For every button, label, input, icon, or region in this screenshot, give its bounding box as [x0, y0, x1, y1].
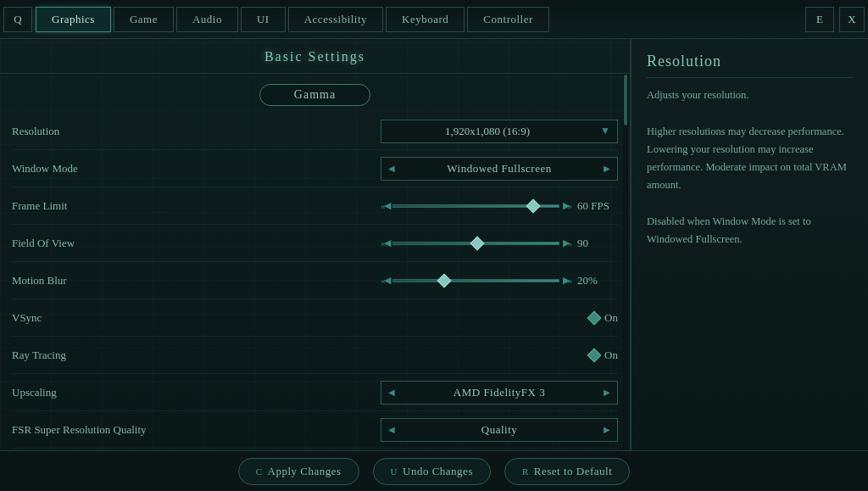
nav-e-button[interactable]: E — [805, 7, 834, 32]
undo-label: Undo Changes — [403, 465, 473, 478]
fov-control: «◀ ▶» 90 — [181, 237, 618, 250]
vsync-control: On — [181, 311, 618, 325]
undo-changes-button[interactable]: U Undo Changes — [373, 458, 491, 485]
tab-controller-label: Controller — [483, 13, 532, 26]
setting-row-fsr: FSR Super Resolution Quality ◀ Quality ▶ — [12, 411, 618, 449]
reset-to-default-button[interactable]: R Reset to Default — [504, 458, 630, 485]
ray-tracing-value: On — [604, 349, 618, 362]
tab-controller[interactable]: Controller — [467, 7, 548, 32]
motion-blur-value: 20% — [577, 274, 618, 287]
fsr-arrow-right-icon: ▶ — [597, 425, 617, 434]
resolution-label: Resolution — [12, 125, 181, 138]
setting-row-resolution: Resolution 1,920x1,080 (16:9) ▼ — [12, 113, 618, 150]
motion-blur-control: «◀ ▶» 20% — [181, 274, 618, 287]
resolution-value: 1,920x1,080 (16:9) — [381, 125, 593, 138]
window-mode-label: Window Mode — [12, 162, 181, 176]
fsr-arrow-left-icon: ◀ — [381, 425, 402, 434]
tab-game[interactable]: Game — [114, 7, 174, 32]
slider-right-arrows-icon: ▶» — [563, 200, 571, 211]
setting-row-vsync: VSync On — [12, 299, 618, 337]
resolution-dropdown[interactable]: 1,920x1,080 (16:9) ▼ — [381, 120, 618, 143]
tab-keyboard-label: Keyboard — [402, 13, 448, 26]
x-label: X — [848, 13, 855, 26]
motion-blur-track — [392, 279, 559, 282]
setting-row-ray-tracing: Ray Tracing On — [12, 337, 618, 374]
e-label: E — [816, 13, 823, 26]
frame-limit-thumb — [526, 198, 541, 213]
vsync-toggle[interactable]: On — [589, 311, 618, 325]
frame-limit-slider[interactable]: «◀ ▶» 60 FPS — [381, 199, 618, 213]
upscaling-dropdown[interactable]: ◀ AMD FidelityFX 3 ▶ — [381, 381, 618, 405]
window-mode-value: Windowed Fullscreen — [402, 162, 597, 176]
window-mode-control: ◀ Windowed Fullscreen ▶ — [181, 157, 618, 181]
fsr-label: FSR Super Resolution Quality — [12, 423, 181, 437]
left-panel: Basic Settings Gamma Resolution 1,920x1,… — [0, 39, 631, 450]
motion-blur-slider[interactable]: «◀ ▶» 20% — [381, 274, 618, 287]
tab-audio[interactable]: Audio — [176, 7, 238, 32]
fov-value: 90 — [577, 237, 618, 250]
arrow-right-icon: ▶ — [597, 164, 617, 173]
tab-accessibility[interactable]: Accessibility — [288, 7, 383, 32]
apply-kbd: C — [256, 466, 263, 477]
setting-row-upscaling: Upscaling ◀ AMD FidelityFX 3 ▶ — [12, 374, 618, 411]
vsync-diamond-icon — [587, 310, 602, 325]
bottom-bar: C Apply Changes U Undo Changes R Reset t… — [0, 450, 868, 491]
slider-fov-right-icon: ▶» — [563, 237, 571, 248]
info-description: Adjusts your resolution.Higher resolutio… — [647, 89, 847, 245]
section-title-text: Basic Settings — [264, 49, 365, 64]
slider-left-arrows-icon: «◀ — [381, 200, 389, 211]
fsr-control: ◀ Quality ▶ — [181, 418, 618, 442]
setting-row-window-mode: Window Mode ◀ Windowed Fullscreen ▶ — [12, 150, 618, 187]
fov-label: Field Of View — [12, 237, 181, 250]
undo-kbd: U — [391, 466, 398, 477]
tab-keyboard[interactable]: Keyboard — [386, 7, 465, 32]
tab-ui[interactable]: UI — [241, 7, 286, 32]
slider-mb-right-icon: ▶» — [563, 275, 571, 286]
window-mode-dropdown[interactable]: ◀ Windowed Fullscreen ▶ — [381, 157, 618, 181]
fov-slider[interactable]: «◀ ▶» 90 — [381, 237, 618, 250]
top-nav: Q Graphics Game Audio UI Accessibility K… — [0, 0, 868, 39]
gamma-container: Gamma — [0, 74, 630, 113]
main-layout: Basic Settings Gamma Resolution 1,920x1,… — [0, 39, 868, 450]
upscaling-control: ◀ AMD FidelityFX 3 ▶ — [181, 381, 618, 405]
setting-row-frame-limit: Frame Limit «◀ ▶» 60 FPS — [12, 187, 618, 225]
nav-x-button[interactable]: X — [839, 7, 865, 32]
upscaling-value: AMD FidelityFX 3 — [402, 386, 597, 399]
frame-limit-label: Frame Limit — [12, 199, 181, 213]
section-title: Basic Settings — [0, 39, 630, 74]
tab-game-label: Game — [130, 13, 158, 26]
tab-accessibility-label: Accessibility — [304, 13, 367, 26]
vsync-value: On — [604, 311, 618, 325]
fsr-dropdown[interactable]: ◀ Quality ▶ — [381, 418, 618, 442]
frame-limit-track — [392, 204, 559, 208]
frame-limit-value: 60 FPS — [577, 199, 618, 213]
apply-changes-button[interactable]: C Apply Changes — [238, 458, 359, 485]
reset-label: Reset to Default — [534, 465, 612, 478]
info-title: Resolution — [647, 53, 853, 78]
nav-q-button[interactable]: Q — [3, 7, 32, 32]
tab-graphics-label: Graphics — [52, 13, 95, 26]
slider-mb-left-icon: «◀ — [381, 275, 389, 286]
reset-kbd: R — [522, 466, 529, 477]
dropdown-caret-icon: ▼ — [593, 125, 617, 137]
upscaling-arrow-left-icon: ◀ — [381, 388, 402, 397]
fov-track — [392, 242, 559, 245]
tab-graphics[interactable]: Graphics — [36, 7, 111, 32]
ray-tracing-toggle[interactable]: On — [589, 349, 618, 362]
tab-audio-label: Audio — [192, 13, 222, 26]
fsr-value: Quality — [402, 423, 597, 437]
resolution-control: 1,920x1,080 (16:9) ▼ — [181, 120, 618, 143]
motion-blur-label: Motion Blur — [12, 274, 181, 287]
q-label: Q — [14, 13, 21, 26]
slider-fov-left-icon: «◀ — [381, 237, 389, 248]
ray-tracing-label: Ray Tracing — [12, 349, 181, 362]
vsync-label: VSync — [12, 311, 181, 325]
gamma-button[interactable]: Gamma — [259, 84, 370, 106]
motion-blur-thumb — [437, 273, 452, 287]
info-text: Adjusts your resolution.Higher resolutio… — [647, 86, 853, 248]
upscaling-label: Upscaling — [12, 386, 181, 399]
ray-tracing-diamond-icon — [587, 348, 602, 362]
settings-area: Resolution 1,920x1,080 (16:9) ▼ Window M… — [0, 113, 630, 449]
setting-row-fov: Field Of View «◀ ▶» 90 — [12, 225, 618, 262]
arrow-left-icon: ◀ — [381, 164, 402, 173]
